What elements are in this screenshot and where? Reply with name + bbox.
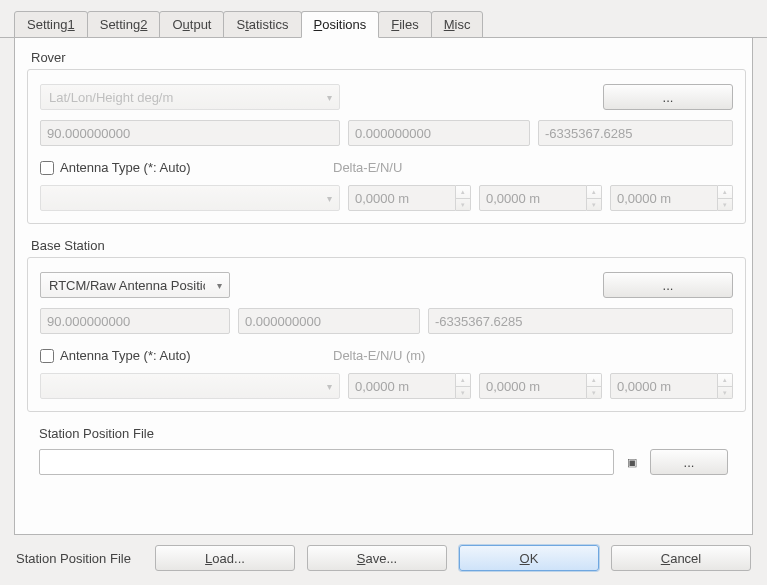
base-antenna-type-select bbox=[40, 373, 340, 399]
base-offset-e-spinner: ▴▾ bbox=[456, 373, 471, 399]
cancel-button[interactable]: Cancel bbox=[611, 545, 751, 571]
base-section-label: Base Station bbox=[27, 236, 752, 257]
tab-files[interactable]: Files bbox=[378, 11, 431, 38]
rover-format-select: Lat/Lon/Height deg/m bbox=[40, 84, 340, 110]
tab-misc[interactable]: Misc bbox=[431, 11, 484, 38]
save-button[interactable]: Save... bbox=[307, 545, 447, 571]
rover-group: Lat/Lon/Height deg/m ... Antenna Type (*… bbox=[27, 69, 746, 224]
rover-offset-u-field bbox=[610, 185, 718, 211]
tab-bar: Setting1 Setting2 Output Statistics Posi… bbox=[0, 0, 767, 38]
base-coord1-field bbox=[40, 308, 230, 334]
rover-offset-n-spinner: ▴▾ bbox=[587, 185, 602, 211]
station-file-group: Station Position File ▣ ... bbox=[27, 424, 740, 487]
base-format-select[interactable]: RTCM/Raw Antenna Position bbox=[40, 272, 230, 298]
load-button[interactable]: Load... bbox=[155, 545, 295, 571]
station-file-label: Station Position File bbox=[39, 424, 728, 449]
station-file-view-icon[interactable]: ▣ bbox=[622, 452, 642, 472]
rover-offset-e-field bbox=[348, 185, 456, 211]
base-browse-button[interactable]: ... bbox=[603, 272, 733, 298]
dialog-footer: Station Position File Load... Save... OK… bbox=[0, 535, 767, 585]
base-offset-u-field bbox=[610, 373, 718, 399]
footer-label: Station Position File bbox=[16, 551, 131, 566]
station-file-field[interactable] bbox=[39, 449, 614, 475]
rover-coord2-field bbox=[348, 120, 530, 146]
rover-antenna-type-select bbox=[40, 185, 340, 211]
tab-statistics[interactable]: Statistics bbox=[223, 11, 301, 38]
rover-browse-button[interactable]: ... bbox=[603, 84, 733, 110]
rover-offset-n-field bbox=[479, 185, 587, 211]
base-offset-u-spinner: ▴▾ bbox=[718, 373, 733, 399]
tab-setting2[interactable]: Setting2 bbox=[87, 11, 161, 38]
base-offset-n-field bbox=[479, 373, 587, 399]
rover-coord3-field bbox=[538, 120, 733, 146]
base-group: RTCM/Raw Antenna Position ... Antenna Ty… bbox=[27, 257, 746, 412]
base-coord2-field bbox=[238, 308, 420, 334]
rover-delta-label: Delta-E/N/U bbox=[333, 160, 733, 175]
rover-antenna-type-checkbox[interactable]: Antenna Type (*: Auto) bbox=[40, 160, 191, 175]
tab-positions[interactable]: Positions bbox=[301, 11, 380, 38]
tab-output[interactable]: Output bbox=[159, 11, 224, 38]
station-file-browse-button[interactable]: ... bbox=[650, 449, 728, 475]
tab-setting1[interactable]: Setting1 bbox=[14, 11, 88, 38]
base-offset-e-field bbox=[348, 373, 456, 399]
base-antenna-type-checkbox[interactable]: Antenna Type (*: Auto) bbox=[40, 348, 191, 363]
base-delta-label: Delta-E/N/U (m) bbox=[333, 348, 733, 363]
rover-coord1-field bbox=[40, 120, 340, 146]
rover-offset-e-spinner: ▴▾ bbox=[456, 185, 471, 211]
rover-offset-u-spinner: ▴▾ bbox=[718, 185, 733, 211]
ok-button[interactable]: OK bbox=[459, 545, 599, 571]
rover-section-label: Rover bbox=[27, 48, 752, 69]
base-offset-n-spinner: ▴▾ bbox=[587, 373, 602, 399]
base-coord3-field bbox=[428, 308, 733, 334]
